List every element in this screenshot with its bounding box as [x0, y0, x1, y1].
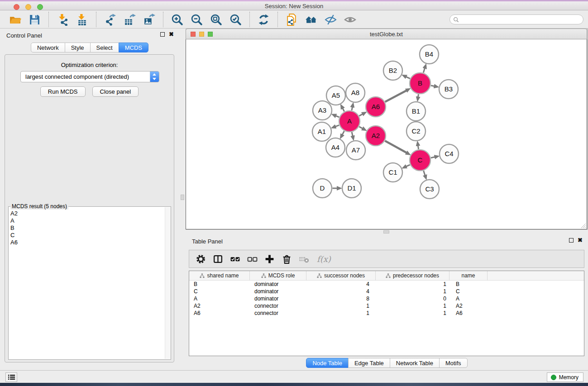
run-mcds-button[interactable]: Run MCDS [40, 86, 86, 97]
zoom-out-icon[interactable] [191, 14, 203, 26]
table-cell[interactable]: 1 [306, 310, 376, 316]
node-C[interactable]: C [410, 150, 430, 171]
close-panel-icon[interactable]: ✖ [578, 238, 583, 243]
table-cell[interactable]: connector [250, 303, 306, 309]
edge-A-A6[interactable] [359, 114, 363, 116]
tab-style[interactable]: Style [65, 43, 91, 52]
table-cell[interactable]: 1 [306, 303, 376, 309]
mcds-result-list[interactable]: A2ABCA6 [9, 209, 164, 359]
mcds-result-item[interactable]: B [10, 224, 163, 232]
table-cell[interactable]: 1 [376, 288, 449, 295]
node-A3[interactable]: A3 [313, 101, 332, 120]
column-header-successor-nodes[interactable]: successor nodes [306, 271, 376, 280]
horizontal-split-divider[interactable] [186, 230, 588, 234]
memory-button[interactable]: Memory [547, 372, 583, 382]
table-cell[interactable]: dominator [250, 295, 306, 302]
edge-A-A8[interactable] [352, 107, 353, 110]
tab-node-table[interactable]: Node Table [306, 358, 349, 368]
table-settings-gear-icon[interactable] [196, 254, 206, 264]
node-A4[interactable]: A4 [326, 138, 345, 157]
tab-mcds[interactable]: MCDS [119, 43, 148, 52]
node-C3[interactable]: C3 [420, 180, 439, 199]
close-panel-icon[interactable]: ✖ [169, 32, 174, 37]
table-row[interactable]: A6connector11A6 [189, 310, 584, 317]
table-cell[interactable]: A [449, 295, 488, 302]
select-all-columns-icon[interactable] [230, 254, 240, 264]
float-panel-icon[interactable] [160, 32, 165, 37]
tab-network-table[interactable]: Network Table [390, 358, 440, 368]
edge-A-A4[interactable] [342, 131, 344, 135]
optimization-criterion-select[interactable]: largest connected component (directed) [20, 71, 159, 82]
tab-network[interactable]: Network [31, 43, 65, 52]
edge-C-C1[interactable] [406, 165, 410, 167]
node-B1[interactable]: B1 [406, 102, 425, 121]
node-table[interactable]: shared nameMCDS rolesuccessor nodesprede… [189, 271, 584, 356]
zoom-fit-icon[interactable] [210, 14, 222, 26]
mcds-result-item[interactable]: A2 [10, 210, 163, 217]
mcds-result-item[interactable]: A6 [10, 239, 163, 246]
table-cell[interactable]: 1 [376, 281, 449, 287]
search-input[interactable] [461, 15, 579, 24]
tab-motifs[interactable]: Motifs [439, 358, 468, 368]
node-A7[interactable]: A7 [346, 141, 365, 160]
table-cell[interactable]: A6 [449, 310, 488, 316]
node-A[interactable]: A [339, 111, 360, 132]
deselect-all-columns-icon[interactable] [247, 254, 258, 264]
network-graph[interactable]: AA1A2A3A4A5A6A7A8BB1B2B3B4CC1C2C3C4DD1 [186, 39, 587, 229]
hide-panels-eye-slash-icon[interactable] [325, 14, 337, 26]
close-panel-button[interactable]: Close panel [92, 86, 139, 97]
edge-B-B4[interactable] [423, 68, 425, 73]
refresh-icon[interactable] [258, 14, 270, 26]
edge-B-B3[interactable] [431, 86, 435, 86]
network-window-titlebar[interactable]: testGlobe.txt [186, 29, 587, 39]
node-C4[interactable]: C4 [440, 144, 459, 163]
table-cell[interactable]: dominator [250, 281, 306, 287]
edge-A-A2[interactable] [359, 127, 363, 129]
zoom-in-icon[interactable] [171, 14, 183, 26]
node-B2[interactable]: B2 [383, 61, 402, 80]
import-table-icon[interactable] [76, 14, 88, 26]
table-cell[interactable]: 4 [306, 288, 376, 295]
edge-A-A7[interactable] [352, 132, 353, 136]
table-cell[interactable]: C [189, 288, 250, 295]
edge-C-C2[interactable] [418, 146, 418, 149]
network-from-selection-icon[interactable] [286, 14, 298, 26]
column-header-name[interactable]: name [449, 271, 488, 280]
show-panels-eye-icon[interactable] [344, 14, 356, 26]
column-header-mcds-role[interactable]: MCDS role [250, 271, 306, 280]
export-table-icon[interactable] [124, 14, 136, 26]
import-network-icon[interactable] [57, 14, 69, 26]
zoom-selected-icon[interactable] [229, 14, 242, 26]
float-panel-icon[interactable] [569, 238, 574, 243]
node-D1[interactable]: D1 [342, 179, 361, 198]
table-cell[interactable]: A2 [189, 303, 250, 309]
table-cell[interactable]: C [449, 288, 488, 295]
table-row[interactable]: Bdominator41B [189, 281, 584, 288]
node-A5[interactable]: A5 [326, 86, 345, 105]
network-canvas[interactable]: AA1A2A3A4A5A6A7A8BB1B2B3B4CC1C2C3C4DD1 [186, 39, 587, 229]
edge-B-B1[interactable] [418, 94, 419, 97]
edge-A-A1[interactable] [335, 125, 339, 127]
tab-edge-table[interactable]: Edge Table [348, 358, 390, 368]
node-A8[interactable]: A8 [346, 83, 365, 102]
edge-B-B2[interactable] [406, 77, 410, 79]
mcds-result-item[interactable]: C [10, 232, 163, 239]
node-A1[interactable]: A1 [312, 122, 331, 141]
split-handle[interactable] [181, 195, 184, 200]
edge-A-A3[interactable] [336, 116, 339, 117]
show-column-panel-icon[interactable] [213, 254, 223, 264]
save-session-icon[interactable] [29, 14, 41, 26]
edge-A2-C[interactable] [385, 141, 407, 152]
resize-grip-icon[interactable] [581, 223, 586, 229]
column-header-predecessor-nodes[interactable]: predecessor nodes [376, 271, 449, 280]
mcds-result-scrollbar[interactable] [165, 207, 171, 359]
node-C1[interactable]: C1 [383, 163, 402, 182]
table-row[interactable]: Adominator80A [189, 295, 584, 302]
edge-C-C4[interactable] [431, 157, 435, 158]
mcds-result-item[interactable]: A [10, 217, 163, 224]
table-cell[interactable]: connector [250, 310, 306, 316]
node-B4[interactable]: B4 [420, 45, 439, 64]
delete-column-trash-icon[interactable] [282, 254, 292, 264]
table-cell[interactable]: 1 [376, 310, 449, 316]
node-B3[interactable]: B3 [439, 80, 458, 99]
